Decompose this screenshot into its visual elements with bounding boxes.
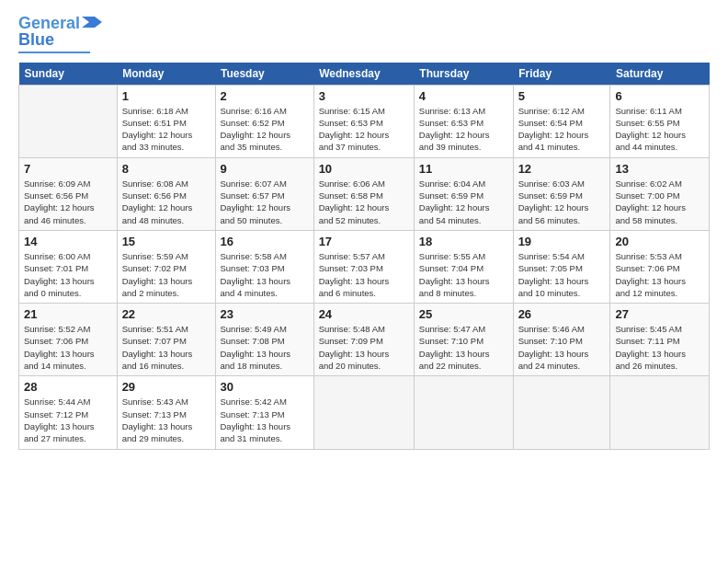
day-number: 24 (319, 307, 409, 321)
day-number: 3 (319, 89, 409, 103)
day-detail: Sunrise: 6:04 AM Sunset: 6:59 PM Dayligh… (419, 178, 508, 226)
day-number: 21 (24, 307, 112, 321)
day-detail: Sunrise: 5:54 AM Sunset: 7:05 PM Dayligh… (518, 250, 606, 299)
calendar-cell: 2Sunrise: 6:16 AM Sunset: 6:52 PM Daylig… (215, 85, 313, 157)
day-detail: Sunrise: 6:12 AM Sunset: 6:54 PM Dayligh… (518, 105, 606, 154)
calendar-cell: 29Sunrise: 5:43 AM Sunset: 7:13 PM Dayli… (117, 376, 215, 449)
calendar-cell: 27Sunrise: 5:45 AM Sunset: 7:11 PM Dayli… (610, 304, 710, 376)
calendar-cell: 10Sunrise: 6:06 AM Sunset: 6:58 PM Dayli… (313, 157, 414, 230)
day-number: 2 (221, 89, 309, 103)
logo-underline (18, 52, 90, 53)
day-detail: Sunrise: 5:53 AM Sunset: 7:06 PM Dayligh… (615, 250, 704, 299)
logo: General Blue (18, 15, 102, 53)
day-number: 6 (615, 89, 704, 103)
calendar-cell: 26Sunrise: 5:46 AM Sunset: 7:10 PM Dayli… (513, 304, 610, 376)
day-number: 12 (518, 162, 606, 176)
day-detail: Sunrise: 5:42 AM Sunset: 7:13 PM Dayligh… (221, 396, 309, 444)
day-detail: Sunrise: 6:11 AM Sunset: 6:55 PM Dayligh… (615, 105, 704, 154)
day-number: 11 (419, 162, 508, 176)
weekday-header: Friday (513, 63, 610, 86)
calendar-cell (414, 376, 513, 449)
calendar-cell (313, 376, 414, 449)
calendar-week-row: 28Sunrise: 5:44 AM Sunset: 7:12 PM Dayli… (19, 376, 710, 449)
svg-marker-0 (82, 17, 102, 28)
day-detail: Sunrise: 5:52 AM Sunset: 7:06 PM Dayligh… (24, 323, 112, 372)
calendar-cell: 18Sunrise: 5:55 AM Sunset: 7:04 PM Dayli… (414, 230, 513, 303)
day-number: 9 (221, 162, 309, 176)
calendar-week-row: 21Sunrise: 5:52 AM Sunset: 7:06 PM Dayli… (19, 304, 710, 376)
day-number: 13 (615, 162, 704, 176)
weekday-header: Wednesday (313, 63, 414, 86)
day-detail: Sunrise: 6:13 AM Sunset: 6:53 PM Dayligh… (419, 105, 508, 154)
day-detail: Sunrise: 5:48 AM Sunset: 7:09 PM Dayligh… (319, 323, 409, 372)
day-detail: Sunrise: 6:02 AM Sunset: 7:00 PM Dayligh… (615, 178, 704, 226)
calendar-cell: 11Sunrise: 6:04 AM Sunset: 6:59 PM Dayli… (414, 157, 513, 230)
calendar-cell: 13Sunrise: 6:02 AM Sunset: 7:00 PM Dayli… (610, 157, 710, 230)
day-number: 20 (615, 235, 704, 248)
day-number: 1 (122, 89, 210, 103)
calendar-cell: 4Sunrise: 6:13 AM Sunset: 6:53 PM Daylig… (414, 85, 513, 157)
calendar-cell: 21Sunrise: 5:52 AM Sunset: 7:06 PM Dayli… (19, 304, 118, 376)
day-detail: Sunrise: 6:16 AM Sunset: 6:52 PM Dayligh… (221, 105, 309, 154)
day-number: 22 (122, 307, 210, 321)
day-detail: Sunrise: 5:57 AM Sunset: 7:03 PM Dayligh… (319, 250, 409, 299)
day-detail: Sunrise: 6:00 AM Sunset: 7:01 PM Dayligh… (24, 250, 112, 299)
day-number: 15 (122, 235, 210, 248)
weekday-header: Saturday (610, 63, 710, 86)
calendar-week-row: 14Sunrise: 6:00 AM Sunset: 7:01 PM Dayli… (19, 230, 710, 303)
day-number: 25 (419, 307, 508, 321)
day-number: 16 (221, 235, 309, 248)
day-number: 23 (221, 307, 309, 321)
day-detail: Sunrise: 6:15 AM Sunset: 6:53 PM Dayligh… (319, 105, 409, 154)
day-detail: Sunrise: 5:55 AM Sunset: 7:04 PM Dayligh… (419, 250, 508, 299)
day-detail: Sunrise: 5:44 AM Sunset: 7:12 PM Dayligh… (24, 396, 112, 444)
calendar-week-row: 1Sunrise: 6:18 AM Sunset: 6:51 PM Daylig… (19, 85, 710, 157)
calendar-cell: 7Sunrise: 6:09 AM Sunset: 6:56 PM Daylig… (19, 157, 118, 230)
weekday-header: Tuesday (215, 63, 313, 86)
day-number: 19 (518, 235, 606, 248)
logo-arrow-icon (82, 15, 102, 29)
day-number: 10 (319, 162, 409, 176)
calendar-cell: 8Sunrise: 6:08 AM Sunset: 6:56 PM Daylig… (117, 157, 215, 230)
calendar-cell: 5Sunrise: 6:12 AM Sunset: 6:54 PM Daylig… (513, 85, 610, 157)
calendar-cell: 20Sunrise: 5:53 AM Sunset: 7:06 PM Dayli… (610, 230, 710, 303)
day-detail: Sunrise: 5:46 AM Sunset: 7:10 PM Dayligh… (518, 323, 606, 372)
day-number: 28 (24, 380, 112, 394)
day-number: 17 (319, 235, 409, 248)
day-detail: Sunrise: 6:09 AM Sunset: 6:56 PM Dayligh… (24, 178, 112, 226)
calendar-cell: 23Sunrise: 5:49 AM Sunset: 7:08 PM Dayli… (215, 304, 313, 376)
calendar-cell (513, 376, 610, 449)
calendar-cell: 28Sunrise: 5:44 AM Sunset: 7:12 PM Dayli… (19, 376, 118, 449)
day-detail: Sunrise: 5:43 AM Sunset: 7:13 PM Dayligh… (122, 396, 210, 444)
day-number: 5 (518, 89, 606, 103)
day-detail: Sunrise: 6:08 AM Sunset: 6:56 PM Dayligh… (122, 178, 210, 226)
calendar-cell: 6Sunrise: 6:11 AM Sunset: 6:55 PM Daylig… (610, 85, 710, 157)
day-detail: Sunrise: 5:47 AM Sunset: 7:10 PM Dayligh… (419, 323, 508, 372)
day-number: 8 (122, 162, 210, 176)
calendar-cell: 25Sunrise: 5:47 AM Sunset: 7:10 PM Dayli… (414, 304, 513, 376)
day-detail: Sunrise: 6:06 AM Sunset: 6:58 PM Dayligh… (319, 178, 409, 226)
day-detail: Sunrise: 6:18 AM Sunset: 6:51 PM Dayligh… (122, 105, 210, 154)
calendar-cell: 3Sunrise: 6:15 AM Sunset: 6:53 PM Daylig… (313, 85, 414, 157)
calendar-cell: 30Sunrise: 5:42 AM Sunset: 7:13 PM Dayli… (215, 376, 313, 449)
day-number: 29 (122, 380, 210, 394)
day-number: 26 (518, 307, 606, 321)
calendar-cell: 24Sunrise: 5:48 AM Sunset: 7:09 PM Dayli… (313, 304, 414, 376)
day-number: 18 (419, 235, 508, 248)
calendar-cell: 22Sunrise: 5:51 AM Sunset: 7:07 PM Dayli… (117, 304, 215, 376)
logo-blue-text: Blue (18, 30, 54, 49)
header-row: SundayMondayTuesdayWednesdayThursdayFrid… (19, 63, 710, 86)
calendar-cell (19, 85, 118, 157)
day-detail: Sunrise: 5:45 AM Sunset: 7:11 PM Dayligh… (615, 323, 704, 372)
day-number: 7 (24, 162, 112, 176)
calendar-cell: 15Sunrise: 5:59 AM Sunset: 7:02 PM Dayli… (117, 230, 215, 303)
day-number: 30 (221, 380, 309, 394)
calendar-week-row: 7Sunrise: 6:09 AM Sunset: 6:56 PM Daylig… (19, 157, 710, 230)
weekday-header: Thursday (414, 63, 513, 86)
day-detail: Sunrise: 5:58 AM Sunset: 7:03 PM Dayligh… (221, 250, 309, 299)
weekday-header: Sunday (19, 63, 118, 86)
calendar-cell: 1Sunrise: 6:18 AM Sunset: 6:51 PM Daylig… (117, 85, 215, 157)
calendar-cell: 16Sunrise: 5:58 AM Sunset: 7:03 PM Dayli… (215, 230, 313, 303)
day-detail: Sunrise: 6:07 AM Sunset: 6:57 PM Dayligh… (221, 178, 309, 226)
calendar-cell: 12Sunrise: 6:03 AM Sunset: 6:59 PM Dayli… (513, 157, 610, 230)
